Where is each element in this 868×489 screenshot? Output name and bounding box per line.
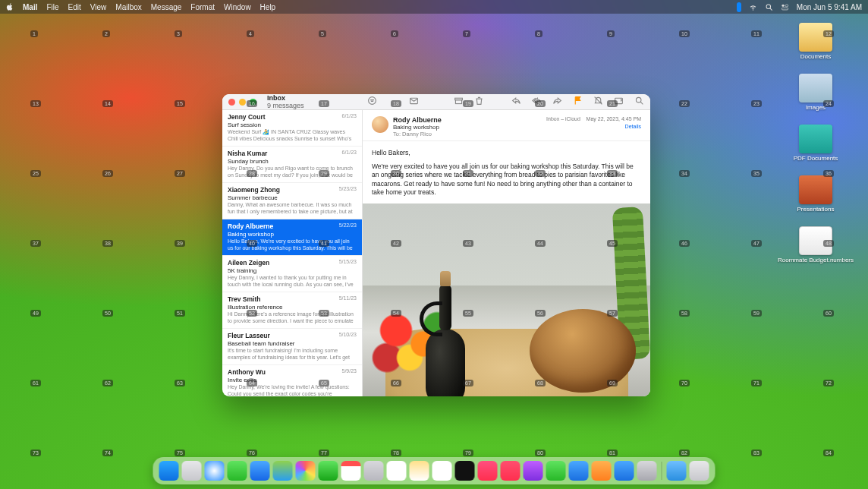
apple-menu-icon[interactable]: [6, 3, 14, 11]
svg-point-5: [369, 97, 376, 105]
window-zoom-button[interactable]: [250, 99, 256, 106]
desktop-icon-label: Images: [806, 104, 826, 111]
msg-subject: Baking workshop: [228, 231, 357, 238]
desktop-icon-label: Roommate Budget.numbers: [778, 257, 854, 263]
menu-view[interactable]: View: [90, 3, 107, 11]
desktop-icon-label: Presentations: [797, 206, 835, 213]
msg-date: 5/23/23: [339, 186, 357, 194]
filter-icon[interactable]: [367, 95, 377, 109]
dock-app-maps[interactable]: [273, 461, 293, 481]
menubar-app-name[interactable]: Mail: [23, 3, 37, 11]
desktop-icon-roommate-budget-numbers[interactable]: Roommate Budget.numbers: [774, 226, 857, 263]
message-attachment-image: [363, 203, 650, 397]
message-list-item[interactable]: Xiaomeng Zhong5/23/23Summer barbecueDann…: [222, 183, 362, 219]
message-list-item[interactable]: Jenny Court6/1/23Surf sessionWeekend Sur…: [222, 110, 362, 147]
dock-app-music[interactable]: [478, 461, 498, 481]
msg-subject: Baseball team fundraiser: [228, 340, 357, 347]
message-list-item[interactable]: Aileen Zeigen5/15/235K trainingHey Danny…: [222, 256, 362, 292]
dock-app-appstore[interactable]: [615, 461, 634, 481]
dock-app-messages[interactable]: [228, 461, 247, 481]
desktop-icon-images[interactable]: Images: [774, 74, 857, 111]
message-list-item[interactable]: Trev Smith5/11/23Illustration referenceH…: [222, 292, 362, 329]
dock-app-podcasts[interactable]: [524, 461, 543, 481]
mute-icon[interactable]: [593, 95, 603, 109]
window-close-button[interactable]: [228, 99, 235, 106]
msg-subject: Illustration reference: [228, 304, 357, 311]
wifi-icon[interactable]: [749, 3, 757, 11]
body-text: We're very excited to have you all join …: [372, 162, 641, 197]
dock-app-trash[interactable]: [690, 461, 709, 481]
screen-mirroring-icon[interactable]: [737, 2, 741, 12]
compose-icon[interactable]: [409, 95, 419, 109]
message-list[interactable]: Jenny Court6/1/23Surf sessionWeekend Sur…: [222, 110, 363, 396]
dock-app-freeform[interactable]: [432, 461, 452, 481]
dock-app-downloads[interactable]: [667, 461, 687, 481]
menu-message[interactable]: Message: [151, 3, 182, 11]
reply-all-icon[interactable]: [532, 95, 542, 109]
menu-format[interactable]: Format: [190, 3, 215, 11]
msg-sender: Xiaomeng Zhong: [228, 186, 280, 194]
message-list-item[interactable]: Nisha Kumar6/1/23Sunday brunchHey Danny,…: [222, 147, 362, 183]
dock-app-pages[interactable]: [592, 461, 612, 481]
dock-app-calendar[interactable]: [341, 461, 361, 481]
trash-icon[interactable]: [474, 95, 484, 109]
msg-preview: Hey Danny, Do you and Rigo want to come …: [228, 166, 357, 178]
desktop-icon-documents[interactable]: Documents: [774, 23, 857, 60]
message-list-item[interactable]: Anthony Wu5/9/23Invite editsHey Danny, W…: [222, 365, 362, 396]
desktop-icon-pdf-documents[interactable]: PDF Documents: [774, 125, 857, 162]
msg-subject: Invite edits: [228, 377, 357, 383]
msg-sender: Anthony Wu: [228, 368, 266, 376]
message-list-item[interactable]: Fleur Lasseur5/10/23Baseball team fundra…: [222, 329, 362, 365]
msg-sender: Trev Smith: [228, 295, 260, 303]
svg-line-1: [770, 8, 772, 10]
msg-sender: Nisha Kumar: [228, 150, 267, 157]
menu-window[interactable]: Window: [224, 3, 251, 11]
menubar: Mail File Edit View Mailbox Message Form…: [0, 0, 868, 14]
dock-app-notes[interactable]: [410, 461, 429, 481]
flag-icon[interactable]: [573, 95, 583, 109]
pane-datetime: May 22, 2023, 4:45 PM: [587, 116, 641, 121]
dock-app-launchpad[interactable]: [182, 461, 202, 481]
svg-rect-2: [782, 5, 784, 7]
dock-app-mail[interactable]: [250, 461, 270, 481]
dock-app-safari[interactable]: [205, 461, 225, 481]
window-minimize-button[interactable]: [239, 99, 246, 106]
menu-file[interactable]: File: [46, 3, 58, 11]
reply-icon[interactable]: [511, 95, 521, 109]
desktop-icon-presentations[interactable]: Presentations: [774, 175, 857, 213]
dock-app-contacts[interactable]: [364, 461, 384, 481]
msg-preview: Hello Bakers, We're very excited to have…: [228, 238, 357, 251]
menu-help[interactable]: Help: [260, 3, 276, 11]
dock-app-numbers[interactable]: [546, 461, 566, 481]
dock-app-reminders[interactable]: [387, 461, 407, 481]
svg-line-11: [640, 102, 643, 104]
svg-point-0: [766, 5, 771, 9]
forward-icon[interactable]: [552, 95, 562, 109]
search-icon[interactable]: [634, 95, 644, 109]
dock-app-settings[interactable]: [637, 461, 657, 481]
dock-app-keynote[interactable]: [569, 461, 589, 481]
mail-window: Inbox 9 messages Jenny Court6/1/23Surf s…: [222, 94, 650, 396]
pane-to: To: Danny Rico: [393, 131, 442, 137]
archive-icon[interactable]: [454, 95, 464, 109]
msg-sender: Fleur Lasseur: [228, 332, 270, 339]
menu-mailbox[interactable]: Mailbox: [115, 3, 141, 11]
dock-app-facetime[interactable]: [319, 461, 338, 481]
dock-app-finder[interactable]: [159, 461, 179, 481]
menu-edit[interactable]: Edit: [68, 3, 81, 11]
dock-app-tv[interactable]: [455, 461, 475, 481]
body-greeting: Hello Bakers,: [372, 149, 641, 158]
msg-date: 6/1/23: [342, 150, 357, 157]
dock-app-news[interactable]: [501, 461, 520, 481]
spotlight-icon[interactable]: [765, 3, 773, 11]
dock-separator: [662, 462, 662, 480]
msg-date: 5/15/23: [339, 259, 357, 267]
msg-subject: Surf session: [228, 121, 357, 128]
message-list-item[interactable]: Rody Albuerne5/22/23Baking workshopHello…: [222, 219, 362, 256]
dock-app-photos[interactable]: [296, 461, 316, 481]
msg-sender: Aileen Zeigen: [228, 259, 269, 267]
control-center-icon[interactable]: [781, 3, 789, 11]
move-icon[interactable]: [614, 95, 624, 109]
menubar-clock[interactable]: Mon Jun 5 9:41 AM: [797, 3, 862, 11]
details-link[interactable]: Details: [546, 124, 641, 129]
